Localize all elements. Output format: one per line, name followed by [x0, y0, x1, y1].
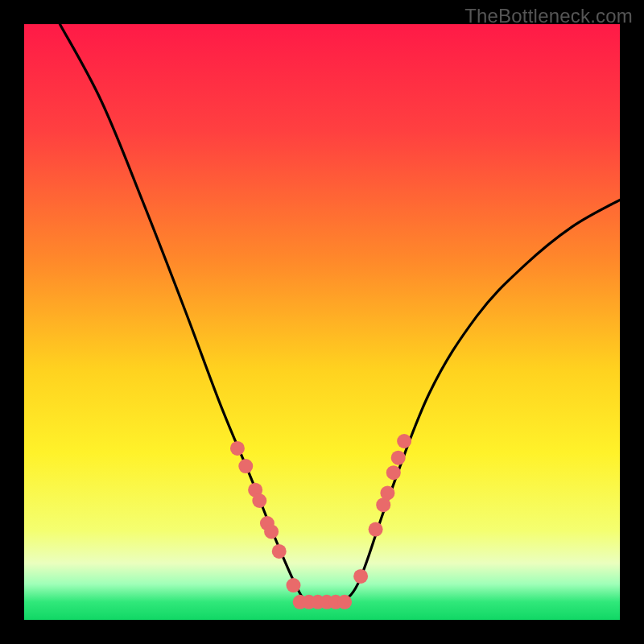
bottleneck-chart [0, 0, 644, 644]
curve-marker [380, 485, 394, 500]
curve-marker [264, 524, 279, 539]
curve-marker [369, 522, 383, 537]
plot-background [24, 24, 620, 620]
curve-marker [272, 544, 287, 559]
curve-marker [230, 441, 245, 456]
curve-marker [337, 595, 352, 609]
curve-marker [286, 578, 300, 592]
curve-marker [397, 434, 411, 448]
watermark-text: TheBottleneck.com [464, 5, 633, 27]
curve-marker [386, 465, 401, 480]
curve-marker [391, 451, 406, 465]
curve-marker [252, 493, 266, 508]
curve-marker [353, 569, 368, 584]
chart-frame: { "watermark": "TheBottleneck.com", "plo… [0, 0, 644, 644]
curve-marker [238, 459, 253, 473]
